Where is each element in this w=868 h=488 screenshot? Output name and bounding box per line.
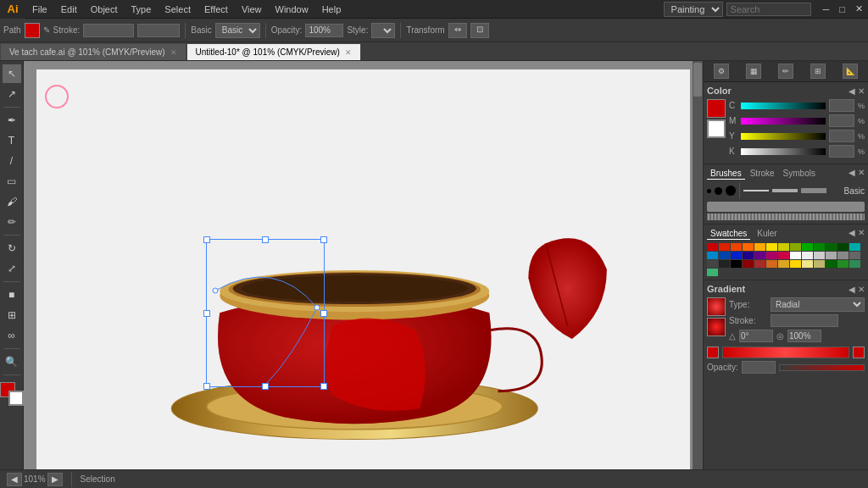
gradient-swatch-2[interactable]	[707, 318, 726, 336]
swatch-cell[interactable]	[707, 269, 718, 276]
kuler-tab[interactable]: Kuler	[754, 228, 780, 240]
swatch-cell[interactable]	[754, 260, 765, 268]
swatch-cell[interactable]	[849, 260, 860, 268]
swatch-cell[interactable]	[766, 252, 777, 259]
m-value[interactable]	[829, 114, 854, 127]
paintbrush-tool[interactable]: 🖌	[3, 192, 21, 211]
tab-1[interactable]: Ve tach cafe.ai @ 101% (CMYK/Preview) ✕	[0, 43, 186, 60]
swatch-cell[interactable]	[778, 252, 789, 259]
swatch-cell[interactable]	[707, 243, 718, 251]
gradient-swatch-1[interactable]	[707, 297, 726, 316]
gradient-bar[interactable]	[722, 347, 849, 358]
swatch-cell[interactable]	[754, 243, 765, 251]
scrollbar-thumb[interactable]	[693, 63, 702, 97]
fill-color-box[interactable]	[25, 23, 40, 38]
k-slider[interactable]	[741, 148, 826, 155]
menu-view[interactable]: View	[235, 3, 269, 16]
pen-tool[interactable]: ✒	[3, 111, 21, 130]
brush-dot-xs[interactable]	[707, 189, 711, 193]
close-button[interactable]: ✕	[850, 2, 868, 16]
symbols-tab[interactable]: Symbols	[780, 168, 819, 180]
stroke-width-input[interactable]	[137, 24, 180, 37]
stroke-input2[interactable]	[771, 314, 838, 327]
swatch-cell[interactable]	[790, 260, 801, 268]
menu-select[interactable]: Select	[158, 3, 198, 16]
stroke-tab[interactable]: Stroke	[747, 168, 778, 180]
tab-2-close[interactable]: ✕	[345, 48, 352, 57]
gradient-expand[interactable]: ◀ ✕	[849, 285, 865, 294]
swatch-cell[interactable]	[719, 252, 730, 259]
swatch-cell[interactable]	[790, 252, 801, 259]
align-btn[interactable]: ⊡	[470, 23, 489, 38]
swatch-cell[interactable]	[826, 252, 837, 259]
brush-dropdown[interactable]: Basic	[215, 23, 260, 38]
panel-icon-2[interactable]: ▦	[746, 64, 761, 79]
tab-2[interactable]: Untitled-10* @ 101% (CMYK/Preview) ✕	[186, 43, 361, 60]
line-tool[interactable]: /	[3, 152, 21, 170]
swatch-cell[interactable]	[814, 252, 825, 259]
minimize-button[interactable]: ─	[818, 3, 835, 16]
swatch-cell[interactable]	[837, 252, 849, 259]
blend-tool[interactable]: ∞	[3, 326, 21, 345]
brush-line-2[interactable]	[772, 189, 798, 192]
menu-edit[interactable]: Edit	[54, 3, 84, 16]
swatch-cell[interactable]	[743, 243, 754, 251]
zoom-out-btn[interactable]: ◀	[7, 473, 22, 486]
menu-window[interactable]: Window	[269, 3, 315, 16]
vertical-scrollbar[interactable]	[693, 61, 703, 469]
zoom-in-btn[interactable]: ▶	[47, 473, 63, 486]
swatch-cell[interactable]	[731, 243, 742, 251]
brush-line-3[interactable]	[801, 188, 826, 193]
swatch-cell[interactable]	[790, 243, 801, 251]
swatch-cell[interactable]	[849, 243, 860, 251]
y-slider[interactable]	[741, 133, 826, 140]
menu-object[interactable]: Object	[84, 3, 125, 16]
angle-input[interactable]	[739, 330, 773, 342]
swatch-cell[interactable]	[802, 243, 813, 251]
rotate-tool[interactable]: ↻	[3, 239, 21, 258]
swatch-cell[interactable]	[766, 260, 777, 268]
aspect-input[interactable]	[787, 330, 821, 342]
menu-help[interactable]: Help	[315, 3, 348, 16]
direct-select-tool[interactable]: ↗	[3, 85, 21, 103]
opacity-input[interactable]	[305, 24, 343, 37]
c-value[interactable]	[829, 99, 854, 112]
opacity-slider[interactable]	[779, 364, 865, 371]
gradient-tool[interactable]: ■	[3, 286, 21, 304]
swatch-cell[interactable]	[802, 252, 813, 259]
opacity-input2[interactable]	[742, 361, 776, 374]
menu-type[interactable]: Type	[125, 3, 159, 16]
swatch-cell[interactable]	[743, 260, 754, 268]
select-tool[interactable]: ↖	[3, 64, 21, 83]
k-value[interactable]	[829, 145, 854, 158]
swatch-cell[interactable]	[849, 252, 860, 259]
m-slider[interactable]	[741, 118, 826, 125]
rect-tool[interactable]: ▭	[3, 172, 21, 191]
canvas-area[interactable]	[24, 61, 703, 469]
swatch-cell[interactable]	[754, 252, 765, 259]
swatch-cell[interactable]	[802, 260, 813, 268]
swatch-cell[interactable]	[731, 252, 742, 259]
panel-icon-3[interactable]: ✏	[778, 64, 793, 79]
color-fill-swatch[interactable]	[707, 99, 726, 118]
swatch-cell[interactable]	[731, 260, 742, 268]
tab-1-close[interactable]: ✕	[170, 48, 177, 57]
swatch-cell[interactable]	[826, 243, 837, 251]
swatch-cell[interactable]	[814, 260, 825, 268]
panel-icon-4[interactable]: ⊞	[810, 64, 826, 79]
maximize-button[interactable]: □	[834, 3, 850, 16]
brush-line-1[interactable]	[743, 190, 769, 191]
menu-file[interactable]: File	[25, 3, 54, 16]
swatch-cell[interactable]	[719, 260, 730, 268]
swatch-cell[interactable]	[766, 243, 777, 251]
menu-effect[interactable]: Effect	[198, 3, 235, 16]
swatch-cell[interactable]	[707, 252, 718, 259]
pencil-tool[interactable]: ✏	[3, 213, 21, 231]
grad-stop-1[interactable]	[707, 347, 719, 358]
type-select[interactable]: Radial	[771, 297, 865, 312]
transform-btn[interactable]: ⇔	[448, 23, 467, 38]
swatches-tab[interactable]: Swatches	[707, 228, 750, 240]
brushes-panel-expand[interactable]: ◀ ✕	[849, 168, 865, 180]
brush-dot-md[interactable]	[726, 186, 736, 196]
color-stroke-swatch[interactable]	[707, 119, 726, 138]
